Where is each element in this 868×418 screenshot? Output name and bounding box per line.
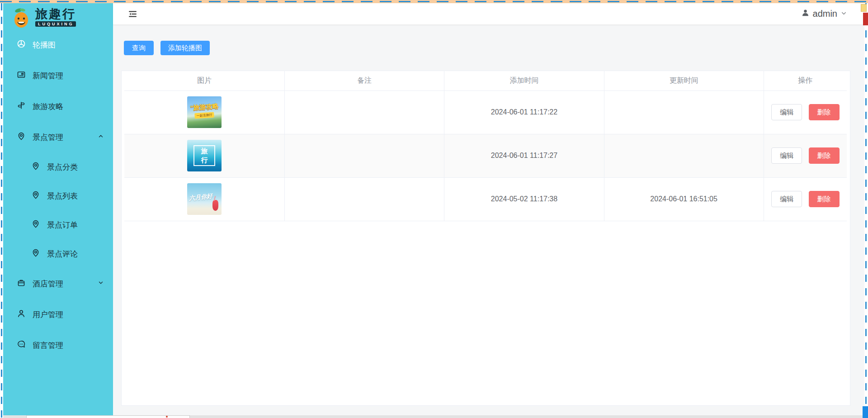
user-icon bbox=[17, 309, 26, 320]
sidebar-item-attraction-management[interactable]: 景点管理 bbox=[3, 122, 113, 152]
sidebar-item-hotel-management[interactable]: 酒店管理 bbox=[3, 268, 113, 299]
sidebar-item-attraction-list[interactable]: 景点列表 bbox=[3, 181, 113, 210]
main-content: 查询 添加轮播图 图片 备注 添加时间 更新时间 操作 bbox=[113, 25, 864, 415]
thumbnail-caption: 旅行 bbox=[201, 147, 208, 165]
thumbnail-caption: 六月你好 bbox=[189, 192, 213, 202]
username: admin bbox=[813, 9, 837, 19]
mango-mascot-icon bbox=[12, 8, 31, 31]
bottom-edge-sliver bbox=[0, 415, 868, 418]
sidebar-item-label: 景点分类 bbox=[47, 162, 78, 172]
edge-artifact-yellow bbox=[861, 4, 867, 12]
column-header-created: 添加时间 bbox=[444, 71, 604, 90]
app-subtitle: LUQUXING bbox=[35, 21, 76, 27]
sidebar-item-label: 旅游攻略 bbox=[33, 101, 63, 112]
sidebar-item-label: 新闻管理 bbox=[33, 71, 63, 81]
table-row: “旅游攻略 一起去旅行 2024-06-01 11:17:22 编辑 删除 bbox=[124, 90, 847, 134]
created-cell: 2024-06-01 11:17:22 bbox=[444, 90, 604, 134]
carousel-table-panel: 图片 备注 添加时间 更新时间 操作 “旅游攻略 一起去旅行 bbox=[121, 71, 850, 406]
sidebar-item-label: 轮播图 bbox=[33, 40, 56, 50]
carousel-icon bbox=[17, 39, 26, 51]
remark-cell bbox=[285, 177, 444, 221]
updated-cell: 2024-06-01 16:51:05 bbox=[604, 177, 764, 221]
app-title: 旅趣行 bbox=[35, 8, 76, 20]
app-logo: 旅趣行 LUQUXING bbox=[3, 3, 113, 29]
remark-cell bbox=[285, 90, 444, 134]
thumbnail-subcaption: 一起去旅行 bbox=[194, 112, 214, 119]
logo-text: 旅趣行 LUQUXING bbox=[35, 8, 76, 27]
chevron-down-icon bbox=[98, 279, 104, 288]
carousel-thumbnail[interactable]: 旅行 bbox=[187, 140, 222, 171]
updated-cell bbox=[604, 90, 764, 134]
location-pin-icon bbox=[31, 190, 40, 202]
location-pin-icon bbox=[17, 132, 26, 143]
created-cell: 2024-06-01 11:17:27 bbox=[444, 134, 604, 177]
topbar: admin bbox=[113, 3, 864, 25]
column-header-actions: 操作 bbox=[764, 71, 847, 90]
sidebar-item-carousel[interactable]: 轮播图 bbox=[3, 29, 113, 60]
screen: 旅趣行 LUQUXING 轮播图 新闻管理 bbox=[0, 0, 868, 418]
sidebar-item-label: 景点管理 bbox=[33, 132, 63, 142]
sidebar-item-attraction-orders[interactable]: 景点订单 bbox=[3, 210, 113, 239]
carousel-thumbnail[interactable]: 六月你好 bbox=[187, 183, 222, 215]
chevron-up-icon bbox=[98, 133, 104, 142]
edit-button[interactable]: 编辑 bbox=[771, 104, 802, 120]
actions-cell: 编辑 删除 bbox=[764, 90, 847, 134]
sidebar-item-user-management[interactable]: 用户管理 bbox=[3, 299, 113, 330]
sidebar-item-label: 景点订单 bbox=[47, 220, 78, 230]
column-header-updated: 更新时间 bbox=[604, 71, 764, 90]
add-carousel-button[interactable]: 添加轮播图 bbox=[160, 41, 210, 55]
sidebar-item-label: 留言管理 bbox=[33, 340, 63, 351]
chevron-down-icon bbox=[840, 9, 847, 19]
sidebar-item-attraction-comments[interactable]: 景点评论 bbox=[3, 239, 113, 268]
carousel-table: 图片 备注 添加时间 更新时间 操作 “旅游攻略 一起去旅行 bbox=[124, 71, 847, 221]
sidebar-item-label: 酒店管理 bbox=[33, 279, 63, 289]
suitcase-icon bbox=[17, 278, 26, 290]
image-cell: 旅行 bbox=[124, 134, 285, 177]
drink-glyph bbox=[212, 200, 218, 211]
chat-icon bbox=[17, 340, 26, 351]
sidebar-item-travel-guide[interactable]: 旅游攻略 bbox=[3, 91, 113, 122]
image-cell: 六月你好 bbox=[124, 177, 285, 221]
bottom-window-sliver bbox=[26, 415, 190, 418]
location-pin-icon bbox=[31, 248, 40, 260]
sidebar: 旅趣行 LUQUXING 轮播图 新闻管理 bbox=[3, 3, 113, 415]
sidebar-item-label: 景点列表 bbox=[47, 191, 78, 201]
delete-button[interactable]: 删除 bbox=[809, 191, 840, 207]
sidebar-item-message-management[interactable]: 留言管理 bbox=[3, 330, 113, 361]
location-pin-icon bbox=[31, 162, 40, 173]
delete-button[interactable]: 删除 bbox=[809, 147, 840, 164]
table-row: 六月你好 2024-05-02 11:17:38 2024-06-01 16:5… bbox=[124, 177, 847, 221]
user-menu[interactable]: admin bbox=[801, 3, 847, 24]
remark-cell bbox=[285, 134, 444, 177]
carousel-thumbnail[interactable]: “旅游攻略 一起去旅行 bbox=[187, 96, 222, 128]
sidebar-item-news[interactable]: 新闻管理 bbox=[3, 60, 113, 91]
delete-button[interactable]: 删除 bbox=[809, 104, 840, 120]
sidebar-item-attraction-category[interactable]: 景点分类 bbox=[3, 152, 113, 181]
sidebar-toggle-button[interactable] bbox=[128, 10, 137, 20]
user-avatar-icon bbox=[801, 9, 810, 19]
column-header-remark: 备注 bbox=[285, 71, 444, 90]
sidebar-item-label: 用户管理 bbox=[33, 309, 63, 320]
created-cell: 2024-05-02 11:17:38 bbox=[444, 177, 604, 221]
column-header-image: 图片 bbox=[124, 71, 285, 90]
table-row: 旅行 2024-06-01 11:17:27 编辑 删除 bbox=[124, 134, 847, 177]
image-cell: “旅游攻略 一起去旅行 bbox=[124, 90, 285, 134]
edit-button[interactable]: 编辑 bbox=[771, 191, 802, 207]
guide-icon bbox=[17, 101, 26, 112]
sidebar-menu: 轮播图 新闻管理 旅游攻略 bbox=[3, 29, 113, 361]
location-pin-icon bbox=[31, 219, 40, 231]
thumbnail-caption: “旅游攻略 bbox=[187, 102, 222, 112]
updated-cell bbox=[604, 134, 764, 177]
capture-border-right bbox=[864, 3, 868, 418]
news-icon bbox=[17, 70, 26, 81]
edit-button[interactable]: 编辑 bbox=[771, 147, 802, 164]
capture-border-left bbox=[0, 3, 3, 418]
capture-border-top bbox=[0, 0, 868, 3]
edge-artifact-red bbox=[863, 13, 868, 25]
edge-artifact-blue bbox=[863, 406, 868, 418]
sidebar-item-label: 景点评论 bbox=[47, 249, 78, 259]
query-button[interactable]: 查询 bbox=[124, 41, 154, 55]
actions-cell: 编辑 删除 bbox=[764, 134, 847, 177]
bottom-red-dot bbox=[166, 416, 168, 418]
table-header-row: 图片 备注 添加时间 更新时间 操作 bbox=[124, 71, 847, 90]
